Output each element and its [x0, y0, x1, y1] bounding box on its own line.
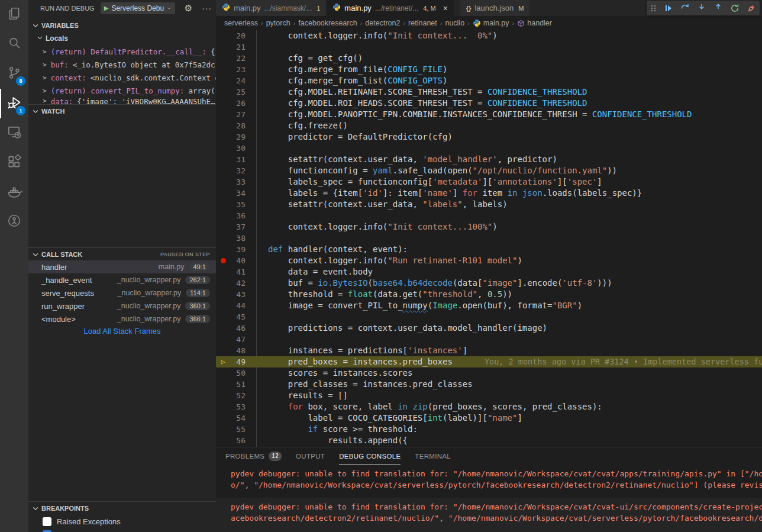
- code-line-41[interactable]: 41 data = event.body: [216, 266, 762, 278]
- code-line-27[interactable]: 27 cfg.MODEL.PANOPTIC_FPN.COMBINE.INSTAN…: [216, 109, 762, 120]
- line-number[interactable]: 53: [230, 401, 246, 412]
- breadcrumb-item-handler[interactable]: handler: [517, 19, 552, 27]
- activity-item-explorer[interactable]: [0, 0, 28, 30]
- code-line-49[interactable]: ▷49 pred_boxes = instances.pred_boxesYou…: [216, 356, 762, 367]
- line-number[interactable]: 35: [230, 199, 246, 210]
- line-number[interactable]: 31: [230, 154, 246, 165]
- line-number[interactable]: 46: [230, 323, 246, 334]
- code-editor[interactable]: 20 context.logger.info("Init context... …: [216, 30, 762, 447]
- code-line-32[interactable]: 32 functionconfig = yaml.safe_load(open(…: [216, 165, 762, 176]
- checked-checkbox[interactable]: ✓: [43, 530, 51, 532]
- code-line-47[interactable]: 47: [216, 334, 762, 345]
- close-icon[interactable]: ×: [443, 4, 448, 12]
- activity-item-source-control[interactable]: 8: [0, 59, 28, 89]
- glyph-margin[interactable]: ▷: [216, 356, 230, 367]
- line-number[interactable]: 42: [230, 278, 246, 289]
- code-line-26[interactable]: 26 cfg.MODEL.ROI_HEADS.SCORE_THRESH_TEST…: [216, 98, 762, 109]
- code-line-30[interactable]: 30: [216, 143, 762, 154]
- breadcrumb-item-retinanet[interactable]: retinanet: [408, 19, 437, 27]
- code-line-22[interactable]: 22 cfg = get_cfg(): [216, 53, 762, 64]
- line-number[interactable]: 25: [230, 86, 246, 98]
- code-line-48[interactable]: 48 instances = predictions['instances']: [216, 345, 762, 356]
- code-line-25[interactable]: 25 cfg.MODEL.RETINANET.SCORE_THRESH_TEST…: [216, 86, 762, 98]
- call-stack-frame[interactable]: _handle_event_nuclio_wrapper.py262:1: [28, 273, 216, 286]
- activity-item-docker[interactable]: [0, 178, 28, 207]
- line-number[interactable]: 27: [230, 109, 246, 120]
- line-number[interactable]: 29: [230, 131, 246, 143]
- line-number[interactable]: 54: [230, 412, 246, 424]
- line-number[interactable]: 23: [230, 64, 246, 75]
- variable-row[interactable]: >context:<nuclio_sdk.context.Context obj…: [28, 71, 216, 84]
- code-line-51[interactable]: 51 pred_classes = instances.pred_classes: [216, 379, 762, 390]
- editor-tab-main-py[interactable]: main.py.../siammask/...1: [216, 0, 327, 16]
- line-number[interactable]: 33: [230, 176, 246, 188]
- line-number[interactable]: 38: [230, 233, 246, 244]
- line-number[interactable]: 34: [230, 188, 246, 199]
- more-actions-icon[interactable]: ···: [202, 4, 212, 13]
- line-number[interactable]: 43: [230, 289, 246, 300]
- line-number[interactable]: 39: [230, 244, 246, 255]
- breakpoints-section-header[interactable]: BREAKPOINTS: [28, 502, 216, 515]
- line-number[interactable]: 55: [230, 424, 246, 435]
- activity-item-extensions[interactable]: [0, 148, 28, 178]
- breadcrumb-item-facebookresearch[interactable]: facebookresearch: [298, 19, 357, 27]
- line-number[interactable]: 32: [230, 165, 246, 176]
- activity-item-live-share[interactable]: [0, 207, 28, 237]
- restart-button[interactable]: [730, 4, 740, 13]
- continue-button[interactable]: [664, 4, 673, 13]
- line-number[interactable]: 36: [230, 210, 246, 221]
- launch-config-dropdown[interactable]: ▶ Serverless Debu: [101, 2, 175, 14]
- code-line-37[interactable]: 37 context.logger.info("Init context...1…: [216, 221, 762, 233]
- line-number[interactable]: 28: [230, 120, 246, 131]
- code-line-33[interactable]: 33 labels_spec = functionconfig['metadat…: [216, 176, 762, 188]
- call-stack-frame[interactable]: run_wrapper_nuclio_wrapper.py360:1: [28, 299, 216, 312]
- load-all-stack-frames-link[interactable]: Load All Stack Frames: [28, 327, 216, 338]
- line-number[interactable]: 21: [230, 41, 246, 53]
- glyph-margin[interactable]: [216, 258, 230, 263]
- code-line-40[interactable]: 40 context.logger.info("Run retinanet-R1…: [216, 255, 762, 266]
- line-number[interactable]: 22: [230, 53, 246, 64]
- code-line-50[interactable]: 50 scores = instances.scores: [216, 367, 762, 379]
- editor-tab-launch-json[interactable]: {}launch.jsonM: [460, 0, 531, 16]
- breadcrumb-item-pytorch[interactable]: pytorch: [266, 19, 290, 27]
- code-line-34[interactable]: 34 labels = {item['id']: item['name'] fo…: [216, 188, 762, 199]
- editor-tab-main-py[interactable]: main.py.../retinanet/...4, M×: [327, 0, 454, 16]
- breadcrumb-item-main-py[interactable]: main.py: [473, 19, 509, 27]
- variable-row[interactable]: >(return) DefaultPredictor.__call__:{'in…: [28, 45, 216, 58]
- breadcrumb-item-serverless[interactable]: serverless: [224, 19, 258, 27]
- call-stack-section-header[interactable]: CALL STACK PAUSED ON STEP: [28, 247, 216, 260]
- step-into-button[interactable]: [697, 4, 706, 13]
- call-stack-frame[interactable]: serve_requests_nuclio_wrapper.py114:1: [28, 286, 216, 299]
- activity-item-search[interactable]: [0, 30, 28, 59]
- activity-item-run-and-debug[interactable]: 1: [0, 89, 28, 118]
- code-line-39[interactable]: 39def handler(context, event):: [216, 244, 762, 255]
- line-number[interactable]: 30: [230, 143, 246, 154]
- line-number[interactable]: 37: [230, 221, 246, 233]
- step-over-button[interactable]: [680, 4, 690, 13]
- panel-tab-terminal[interactable]: TERMINAL: [415, 447, 451, 465]
- panel-tab-problems[interactable]: PROBLEMS12: [225, 447, 282, 465]
- drag-grip-icon[interactable]: [650, 4, 657, 13]
- step-out-button[interactable]: [713, 4, 723, 13]
- code-line-20[interactable]: 20 context.logger.info("Init context... …: [216, 30, 762, 41]
- code-line-43[interactable]: 43 threshold = float(data.get("threshold…: [216, 289, 762, 300]
- code-line-45[interactable]: 45: [216, 311, 762, 323]
- panel-tab-output[interactable]: OUTPUT: [296, 447, 325, 465]
- activity-item-remote-explorer[interactable]: [0, 118, 28, 148]
- line-number[interactable]: 20: [230, 30, 246, 41]
- line-number[interactable]: 40: [230, 255, 246, 266]
- line-number[interactable]: 47: [230, 334, 246, 345]
- line-number[interactable]: 51: [230, 379, 246, 390]
- variables-section-header[interactable]: VARIABLES: [28, 19, 216, 32]
- code-line-38[interactable]: 38: [216, 233, 762, 244]
- line-number[interactable]: 52: [230, 390, 246, 401]
- code-line-44[interactable]: 44 image = convert_PIL_to_numpy(Image.op…: [216, 300, 762, 311]
- variable-row[interactable]: >buf:<_io.BytesIO object at 0x7f5a2dc1ec…: [28, 58, 216, 71]
- gear-icon[interactable]: ⚙: [185, 3, 192, 14]
- code-line-54[interactable]: 54 label = COCO_CATEGORIES[int(label)]["…: [216, 412, 762, 424]
- watch-section-header[interactable]: WATCH: [28, 104, 216, 117]
- line-number[interactable]: 56: [230, 435, 246, 446]
- code-line-46[interactable]: 46 predictions = context.user_data.model…: [216, 323, 762, 334]
- variable-row[interactable]: >(return) convert_PIL_to_numpy:array([[[…: [28, 84, 216, 97]
- code-line-56[interactable]: 56 results.append({: [216, 435, 762, 446]
